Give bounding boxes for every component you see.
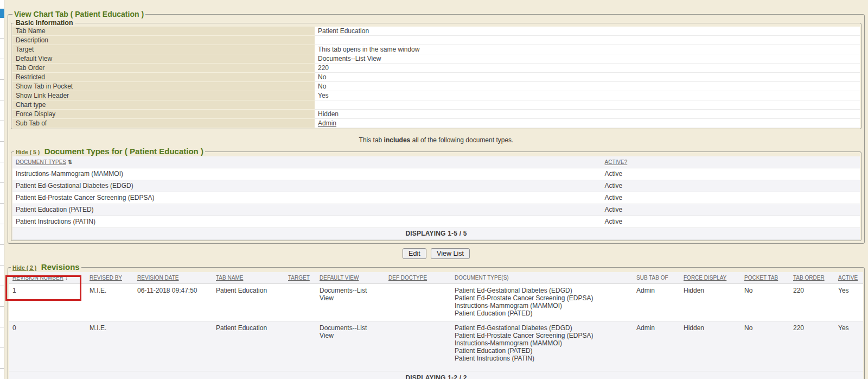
field-value [315, 100, 860, 110]
revisions-column-label: FORCE DISPLAY [684, 275, 726, 281]
revisions-body: 1M.I.E.06-11-2018 09:47:50Patient Educat… [9, 284, 863, 371]
revisions-column-header[interactable]: POCKET TAB [741, 272, 790, 284]
left-rail [0, 0, 4, 379]
revisions-column-label: DEFAULT VIEW [320, 275, 359, 281]
document-types-header-row: DOCUMENT TYPES⇅ ACTIVE? [12, 156, 860, 168]
document-types-title: Document Types for ( Patient Education ) [44, 147, 203, 156]
revisions-column-header[interactable]: TAB ORDER [790, 272, 835, 284]
field-value: Patient Education [315, 27, 860, 36]
field-label: Restricted [12, 73, 315, 82]
doc-type-row: Patient Education (PATED)Active [12, 204, 860, 216]
basic-information-title: Basic Information [14, 19, 75, 27]
doc-type-name: Patient Ed-Gestational Diabetes (EDGD) [12, 180, 602, 192]
basic-info-row: Chart type [12, 100, 860, 110]
revision-cell-tab-order: 220 [790, 284, 835, 321]
revision-cell-force-display: Hidden [680, 321, 741, 371]
doc-type-active-status: Active [602, 168, 860, 180]
field-label: Force Display [12, 110, 315, 119]
field-label: Tab Name [12, 27, 315, 36]
doc-type-active-status: Active [602, 216, 860, 228]
rail-active-tab[interactable] [0, 9, 4, 18]
basic-info-row: RestrictedNo [12, 73, 860, 82]
field-label: Chart type [12, 100, 315, 110]
revision-cell-target [285, 321, 316, 371]
edit-button[interactable]: Edit [403, 248, 426, 259]
note-text-suffix: all of the following document types. [410, 136, 513, 144]
action-buttons: Edit View List [8, 248, 865, 259]
revisions-column-label: POCKET TAB [744, 275, 778, 281]
doc-type-line: Instructions-Mammogram (MAMMOI) [455, 302, 630, 309]
revision-cell-sub-tab-of: Admin [633, 284, 680, 321]
doc-type-active-status: Active [602, 192, 860, 204]
field-value: Yes [315, 91, 860, 100]
revisions-title: Revisions [41, 262, 80, 271]
document-types-body: Instructions-Mammogram (MAMMOI)ActivePat… [12, 168, 860, 228]
revisions-column-header[interactable]: DEFAULT VIEW [316, 272, 385, 284]
field-value [315, 36, 860, 45]
revisions-column-header[interactable]: REVISED BY [86, 272, 134, 284]
revisions-column-header[interactable]: REVISION DATE [134, 272, 213, 284]
doc-type-row: Patient Ed-Gestational Diabetes (EDGD)Ac… [12, 180, 860, 192]
basic-info-row: Description [12, 36, 860, 45]
doc-type-row: Patient Instructions (PATIN)Active [12, 216, 860, 228]
field-value: Admin [315, 119, 860, 128]
revisions-column-label: SUB TAB OF [636, 275, 668, 281]
basic-info-table: Tab NamePatient EducationDescriptionTarg… [12, 27, 860, 128]
revision-row: 0M.I.E.Patient EducationDocuments--List … [9, 321, 863, 371]
revisions-column-header[interactable]: REVISION NUMBER↓ [9, 272, 86, 284]
revision-cell-active: Yes [835, 284, 863, 321]
column-header-document-types[interactable]: DOCUMENT TYPES⇅ [12, 156, 602, 168]
document-types-section: Hide ( 5 ) Document Types for ( Patient … [11, 147, 861, 241]
field-label: Show Tab in Pocket [12, 82, 315, 91]
revisions-column-label: REVISION DATE [137, 275, 179, 281]
revisions-column-header[interactable]: DEF DOCTYPE [385, 272, 451, 284]
field-label: Tab Order [12, 64, 315, 73]
revisions-pager: DISPLAYING 1-2 / 2 [9, 371, 863, 379]
doc-type-line: Instructions-Mammogram (MAMMOI) [455, 339, 630, 347]
view-list-button[interactable]: View List [431, 248, 470, 259]
revision-cell-force-display: Hidden [680, 284, 741, 321]
revision-cell-document-types: Patient Ed-Gestational Diabetes (EDGD)Pa… [451, 321, 633, 371]
revision-cell-revision-number: 0 [9, 321, 86, 371]
revisions-column-header[interactable]: ACTIVE [835, 272, 863, 284]
doc-type-name: Patient Instructions (PATIN) [12, 216, 602, 228]
revision-cell-sub-tab-of: Admin [633, 321, 680, 371]
revisions-column-header: SUB TAB OF [633, 272, 680, 284]
hide-document-types-link[interactable]: Hide ( 5 ) [16, 149, 40, 155]
doc-type-name: Patient Education (PATED) [12, 204, 602, 216]
doc-type-line: Patient Education (PATED) [455, 347, 630, 355]
revisions-column-label: TAB NAME [216, 275, 243, 281]
field-value: No [315, 82, 860, 91]
column-header-active[interactable]: ACTIVE? [602, 156, 860, 168]
revision-cell-pocket-tab: No [741, 321, 790, 371]
basic-info-row: TargetThis tab opens in the same window [12, 45, 860, 54]
doc-type-line: Patient Ed-Gestational Diabetes (EDGD) [455, 287, 630, 294]
field-value: Hidden [315, 110, 860, 119]
revisions-column-header[interactable]: TARGET [285, 272, 316, 284]
document-types-table: DOCUMENT TYPES⇅ ACTIVE? Instructions-Mam… [12, 156, 860, 240]
revisions-table: REVISION NUMBER↓REVISED BYREVISION DATET… [9, 272, 863, 379]
document-types-footer-row: DISPLAYING 1-5 / 5 [12, 228, 860, 240]
doc-type-row: Patient Ed-Prostate Cancer Screening (ED… [12, 192, 860, 204]
revisions-column-header[interactable]: FORCE DISPLAY [680, 272, 741, 284]
sort-updown-icon: ⇅ [68, 159, 72, 165]
basic-information-section: Basic Information Tab NamePatient Educat… [11, 19, 861, 129]
revision-cell-revised-by: M.I.E. [86, 321, 134, 371]
document-types-pager: DISPLAYING 1-5 / 5 [12, 228, 860, 240]
revision-cell-active: Yes [835, 321, 863, 371]
document-types-legend: Hide ( 5 ) Document Types for ( Patient … [14, 147, 205, 156]
view-chart-tab-section: View Chart Tab ( Patient Education ) Bas… [8, 10, 865, 244]
field-value: This tab opens in the same window [315, 45, 860, 54]
revisions-column-label: REVISED BY [90, 275, 122, 281]
hide-revisions-link[interactable]: Hide ( 2 ) [12, 264, 36, 271]
revision-cell-revision-number: 1 [9, 284, 86, 321]
doc-type-line: Patient Ed-Prostate Cancer Screening (ED… [455, 332, 630, 339]
sub-tab-of-link[interactable]: Admin [318, 119, 336, 127]
doc-type-name: Patient Ed-Prostate Cancer Screening (ED… [12, 192, 602, 204]
revisions-column-label: TAB ORDER [793, 275, 825, 281]
revisions-column-header[interactable]: TAB NAME [213, 272, 285, 284]
basic-info-row: Force DisplayHidden [12, 110, 860, 119]
field-value: Documents--List View [315, 54, 860, 64]
field-label: Target [12, 45, 315, 54]
doc-type-name: Instructions-Mammogram (MAMMOI) [12, 168, 602, 180]
